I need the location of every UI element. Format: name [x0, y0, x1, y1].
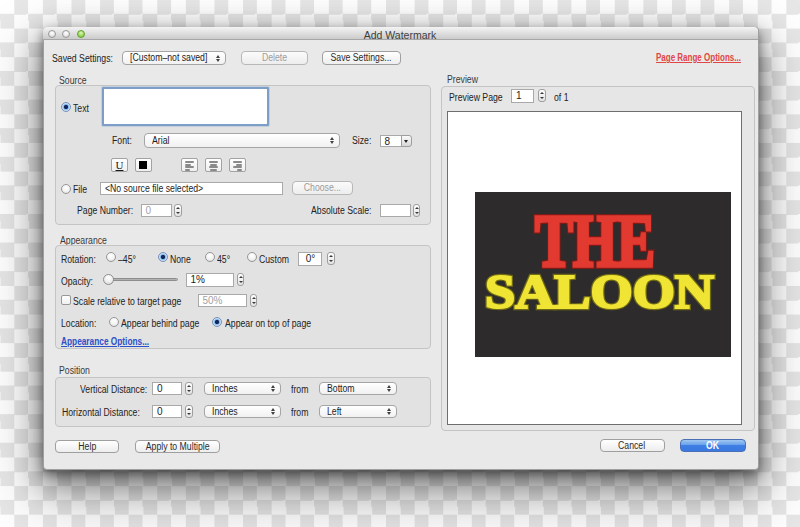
svg-text:SALOON: SALOON	[485, 265, 714, 318]
